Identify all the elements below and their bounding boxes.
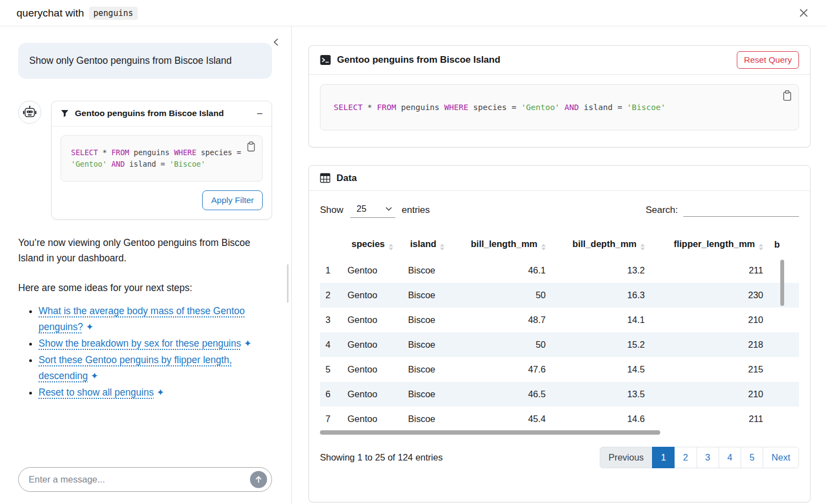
sql-code: SELECT * FROM penguins WHERE species = '… [61, 136, 262, 181]
sparkle-icon: ✦ [91, 369, 99, 384]
sort-icon [389, 244, 393, 250]
pagination-item: 4 [719, 447, 741, 468]
reset-query-button[interactable]: Reset Query [737, 51, 799, 69]
suggestion-link-3[interactable]: Sort these Gentoo penguins by flipper le… [39, 354, 232, 381]
sort-up-arrow [440, 244, 444, 246]
cell-b [769, 332, 799, 357]
sql-token: SELECT [71, 148, 98, 157]
column-header-bill_depth_mm[interactable]: bill_depth_mm [551, 233, 650, 258]
sql-token: penguins [129, 148, 174, 157]
pagination-page-5[interactable]: 5 [741, 447, 763, 468]
suggestion-item: Sort these Gentoo penguins by flipper le… [39, 352, 272, 384]
pagination-item: Previous [600, 447, 653, 468]
sparkle-icon: ✦ [244, 336, 252, 352]
app-window: querychat with penguins Show only Gentoo… [0, 0, 826, 504]
cell-bill-depth: 13.5 [551, 382, 650, 407]
sql-token: island = [579, 103, 627, 112]
column-header-island[interactable]: island [403, 233, 452, 258]
sql-token: FROM [111, 148, 129, 157]
page-title-text: querychat with [17, 7, 84, 19]
vertical-scrollbar-thumb[interactable] [780, 260, 784, 306]
apply-filter-button[interactable]: Apply Filter [202, 190, 263, 210]
copy-button[interactable] [246, 140, 257, 153]
pagination-item: 2 [675, 447, 697, 468]
sidebar-scrollbar-thumb[interactable] [287, 264, 289, 303]
copy-button[interactable] [781, 89, 793, 102]
sql-token: 'Biscoe' [170, 160, 205, 168]
send-button[interactable] [250, 471, 267, 488]
cell-bill-depth: 16.3 [551, 283, 650, 308]
cell-island: Biscoe [403, 332, 452, 357]
dashboard-main: Gentoo penguins from Biscoe Island Reset… [292, 26, 826, 504]
page-size-select[interactable]: 25 [350, 202, 395, 218]
search-input[interactable] [683, 203, 799, 217]
pagination-previous[interactable]: Previous [600, 447, 653, 468]
cell-b [769, 357, 799, 382]
cell-bill-depth: 15.2 [551, 332, 650, 357]
column-header-bill_length_mm[interactable]: bill_length_mm [452, 233, 551, 258]
sort-up-arrow [389, 244, 393, 246]
cell-bill-depth: 13.2 [551, 258, 650, 283]
table-footer: Showing 1 to 25 of 124 entries Previous1… [320, 447, 799, 468]
query-card-body: SELECT * FROM penguins WHERE species = '… [309, 75, 810, 140]
sort-down-arrow [389, 248, 393, 250]
column-header-rownum [320, 233, 342, 258]
filter-card-collapse-button[interactable]: − [257, 108, 263, 119]
column-header-b[interactable]: b [769, 233, 799, 258]
clipboard-icon [247, 141, 256, 152]
suggestion-link-2[interactable]: Show the breakdown by sex for these peng… [39, 338, 241, 349]
table-controls: Show 25 entries Search: [320, 202, 799, 218]
pagination-page-2[interactable]: 2 [674, 447, 697, 468]
filter-card-header: Gentoo penguins from Biscoe Island − [52, 101, 271, 127]
pagination-item: 5 [741, 447, 763, 468]
chevron-left-icon [272, 37, 280, 47]
page-title: querychat with penguins [17, 7, 138, 20]
sql-code-block: SELECT * FROM penguins WHERE species = '… [61, 135, 263, 182]
sql-token: species = [468, 103, 521, 112]
sql-token: 'Gentoo' [521, 103, 560, 112]
search-label: Search: [645, 205, 678, 216]
sql-code: SELECT * FROM penguins WHERE species = '… [320, 85, 798, 130]
filter-card-body: SELECT * FROM penguins WHERE species = '… [52, 127, 271, 190]
sidebar-collapse-button[interactable] [270, 35, 282, 49]
cell-bill-depth: 14.1 [551, 308, 650, 332]
column-header-flipper_length_mm[interactable]: flipper_length_mm [650, 233, 769, 258]
close-button[interactable] [796, 5, 812, 21]
sql-code-block-main: SELECT * FROM penguins WHERE species = '… [320, 84, 799, 130]
sql-token: AND [111, 160, 124, 168]
sort-icon [541, 244, 546, 250]
sparkle-icon: ✦ [86, 320, 94, 335]
pagination-page-3[interactable]: 3 [697, 447, 719, 468]
sort-icon [759, 244, 763, 250]
pagination-page-4[interactable]: 4 [719, 447, 741, 468]
cell-island: Biscoe [403, 283, 452, 308]
sort-icon [440, 244, 444, 250]
suggestion-link-4[interactable]: Reset to show all penguins [39, 387, 154, 398]
suggestion-link-1[interactable]: What is the average body mass of these G… [39, 305, 245, 332]
cell-species: Gentoo [342, 357, 403, 382]
pagination-next[interactable]: Next [763, 447, 799, 468]
sql-token: species = [197, 148, 241, 157]
column-header-species[interactable]: species [342, 233, 403, 258]
close-icon [798, 7, 809, 19]
horizontal-scrollbar-thumb[interactable] [320, 430, 660, 435]
sort-up-arrow [759, 244, 763, 246]
pagination-item: Next [763, 447, 799, 468]
sql-token: SELECT [334, 103, 362, 112]
page-size-value: 25 [357, 204, 367, 214]
message-input[interactable] [29, 474, 250, 485]
sql-token: FROM [377, 103, 396, 112]
cell-island: Biscoe [403, 382, 452, 407]
cell-rownum: 4 [320, 332, 342, 357]
sql-token: penguins [396, 103, 444, 112]
data-table: speciesislandbill_length_mmbill_depth_mm… [320, 233, 799, 431]
clipboard-icon [782, 90, 792, 101]
cell-flipper-length: 218 [650, 332, 769, 357]
pagination-page-1[interactable]: 1 [652, 447, 675, 468]
chat-messages: Show only Gentoo penguins from Biscoe Is… [0, 26, 291, 401]
sort-down-arrow [440, 248, 444, 250]
chat-sidebar: Show only Gentoo penguins from Biscoe Is… [0, 26, 292, 504]
table-row: 7GentooBiscoe45.414.6211 [320, 407, 799, 431]
show-label: Show [320, 205, 344, 216]
cell-species: Gentoo [342, 332, 403, 357]
